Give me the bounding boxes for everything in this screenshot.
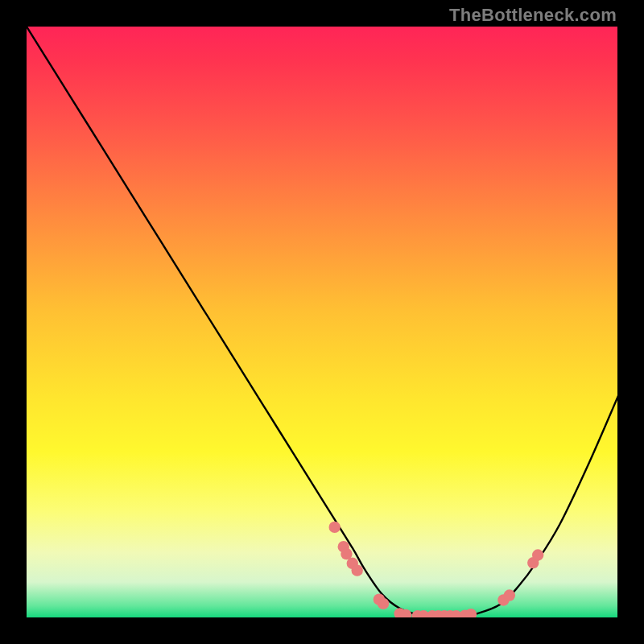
watermark-text: TheBottleneck.com	[449, 5, 617, 26]
highlight-dot	[378, 598, 389, 609]
chart-stage: TheBottleneck.com	[0, 0, 644, 644]
highlight-dot	[504, 589, 515, 601]
chart-overlay	[27, 27, 618, 618]
highlight-dot	[329, 522, 341, 533]
bottleneck-curve	[27, 27, 618, 617]
highlight-dot	[532, 549, 543, 560]
highlight-dot	[465, 609, 477, 618]
plot-area	[26, 26, 618, 618]
highlight-dot	[351, 564, 362, 576]
